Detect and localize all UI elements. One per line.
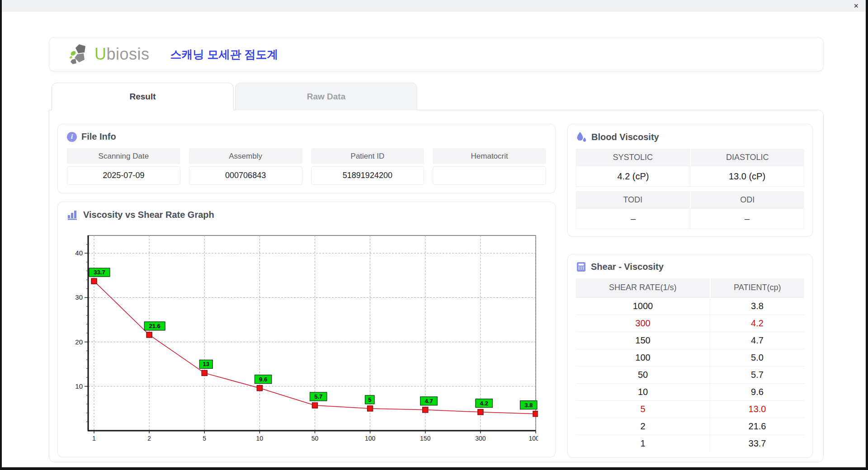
data-point-marker xyxy=(478,409,483,415)
table-row: 1005.0 xyxy=(576,349,804,366)
odi-value: – xyxy=(690,208,804,229)
logo-letter-u: U xyxy=(94,45,107,63)
data-point-label: 33.7 xyxy=(94,269,105,276)
diastolic-label: DIASTOLIC xyxy=(691,149,805,166)
water-drops-icon xyxy=(576,132,587,142)
calculator-icon xyxy=(576,262,586,272)
blood-viscosity-panel: Blood Viscosity SYSTOLIC DIASTOLIC 4.2 (… xyxy=(567,124,813,237)
data-point-label: 21.6 xyxy=(149,323,160,329)
field-value: 000706843 xyxy=(189,166,302,185)
odi-label: ODI xyxy=(691,191,805,208)
file-info-fields: Scanning Date2025-07-09Assembly000706843… xyxy=(67,148,546,185)
shear-viscosity-panel: Shear - Viscosity SHEAR RATE(1/s) PATIEN… xyxy=(567,254,813,458)
shear-viscosity-header: Shear - Viscosity xyxy=(576,262,804,272)
ubiosis-logo-mark-icon xyxy=(69,43,92,65)
viscosity-chart: 102030401251050100150300100033.721.6139.… xyxy=(68,226,538,444)
bv-label-row-2: TODI ODI xyxy=(576,191,804,208)
systolic-label: SYSTOLIC xyxy=(576,149,691,166)
diastolic-value: 13.0 (cP) xyxy=(690,166,804,187)
patient-value-cell: 9.6 xyxy=(710,383,804,400)
table-row: 513.0 xyxy=(576,400,804,418)
x-tick-label: 1000 xyxy=(528,435,538,442)
data-point-marker xyxy=(202,370,207,376)
data-point-marker xyxy=(257,385,262,391)
close-icon[interactable]: × xyxy=(854,2,859,10)
y-tick-label: 40 xyxy=(75,249,83,257)
patient-column-header: PATIENT(cp) xyxy=(710,278,804,297)
blood-viscosity-title: Blood Viscosity xyxy=(591,132,659,142)
field-label: Hematocrit xyxy=(433,148,546,164)
x-tick-label: 2 xyxy=(147,435,151,442)
tab-bar: Result Raw Data xyxy=(52,83,866,110)
shear-rate-cell: 5 xyxy=(576,400,710,418)
data-point-marker xyxy=(312,403,318,408)
logo-letters-rest: biosis xyxy=(107,45,150,63)
shear-rate-cell: 50 xyxy=(576,366,710,383)
graph-header: Viscosity vs Shear Rate Graph xyxy=(67,209,546,220)
data-point-label: 4.2 xyxy=(480,400,488,407)
patient-value-cell: 21.6 xyxy=(710,418,804,435)
table-row: 221.6 xyxy=(576,418,804,435)
page-title: 스캐닝 모세관 점도계 xyxy=(170,47,278,62)
field-label: Scanning Date xyxy=(67,148,180,164)
shear-rate-column-header: SHEAR RATE(1/s) xyxy=(576,278,710,297)
patient-value-cell: 4.7 xyxy=(710,332,804,349)
x-tick-label: 100 xyxy=(365,435,376,442)
chart-wrap: 102030401251050100150300100033.721.6139.… xyxy=(68,226,546,446)
tab-raw-data[interactable]: Raw Data xyxy=(235,83,417,110)
data-point-label: 3.8 xyxy=(524,402,533,409)
x-tick-label: 50 xyxy=(311,435,319,442)
file-info-title: File Info xyxy=(81,132,116,142)
info-icon: i xyxy=(67,132,77,142)
field-value: 2025-07-09 xyxy=(67,166,180,185)
patient-value-cell: 33.7 xyxy=(710,435,804,452)
table-row: 505.7 xyxy=(576,366,804,383)
shear-rate-cell: 10 xyxy=(576,383,710,400)
patient-value-cell: 3.8 xyxy=(710,297,804,315)
shear-rate-cell: 1000 xyxy=(576,297,710,315)
data-point-label: 4.7 xyxy=(425,398,433,404)
file-info-field: Assembly000706843 xyxy=(189,148,302,185)
app-window: × Ubiosis 스캐닝 모세관 점도계 Result Raw Data xyxy=(0,0,868,470)
main-area: Ubiosis 스캐닝 모세관 점도계 Result Raw Data i Fi… xyxy=(2,12,866,467)
table-row: 10003.8 xyxy=(576,297,804,315)
result-tab-panel: i File Info Scanning Date2025-07-09Assem… xyxy=(49,110,824,462)
x-tick-label: 300 xyxy=(475,435,486,442)
patient-value-cell: 5.7 xyxy=(710,366,804,383)
shear-rate-cell: 100 xyxy=(576,349,710,366)
shear-rate-cell: 2 xyxy=(576,418,710,435)
y-tick-label: 20 xyxy=(75,338,83,346)
y-tick-label: 30 xyxy=(75,293,83,301)
data-point-label: 5.7 xyxy=(314,393,322,400)
patient-value-cell: 13.0 xyxy=(710,400,804,418)
data-point-marker xyxy=(91,278,97,284)
data-point-label: 13 xyxy=(203,361,209,367)
field-label: Patient ID xyxy=(311,148,425,164)
shear-table-header-row: SHEAR RATE(1/s) PATIENT(cp) xyxy=(576,278,804,297)
bv-label-row-1: SYSTOLIC DIASTOLIC xyxy=(576,149,804,166)
data-point-marker xyxy=(423,407,428,413)
systolic-value: 4.2 (cP) xyxy=(576,166,690,187)
x-tick-label: 150 xyxy=(420,435,431,442)
shear-viscosity-title: Shear - Viscosity xyxy=(591,262,664,272)
x-tick-label: 1 xyxy=(92,435,96,442)
patient-value-cell: 5.0 xyxy=(710,349,804,366)
x-tick-label: 10 xyxy=(256,435,264,442)
data-point-marker xyxy=(368,406,373,411)
header-card: Ubiosis 스캐닝 모세관 점도계 xyxy=(49,37,824,71)
shear-rate-cell: 300 xyxy=(576,315,710,332)
tab-result[interactable]: Result xyxy=(52,83,234,110)
data-point-label: 9.6 xyxy=(259,376,267,383)
table-row: 109.6 xyxy=(576,383,804,400)
right-column: Blood Viscosity SYSTOLIC DIASTOLIC 4.2 (… xyxy=(567,124,813,457)
logo-text: Ubiosis xyxy=(94,45,150,64)
shear-table-body: 10003.83004.21504.71005.0505.7109.6513.0… xyxy=(576,297,804,452)
data-point-marker xyxy=(146,332,152,338)
todi-value: – xyxy=(576,208,690,229)
bv-value-row-2: – – xyxy=(576,208,804,229)
table-row: 1504.7 xyxy=(576,332,804,349)
field-value: 51891924200 xyxy=(311,166,425,185)
field-label: Assembly xyxy=(189,148,302,164)
x-tick-label: 5 xyxy=(203,435,206,442)
plot-area xyxy=(88,235,536,431)
